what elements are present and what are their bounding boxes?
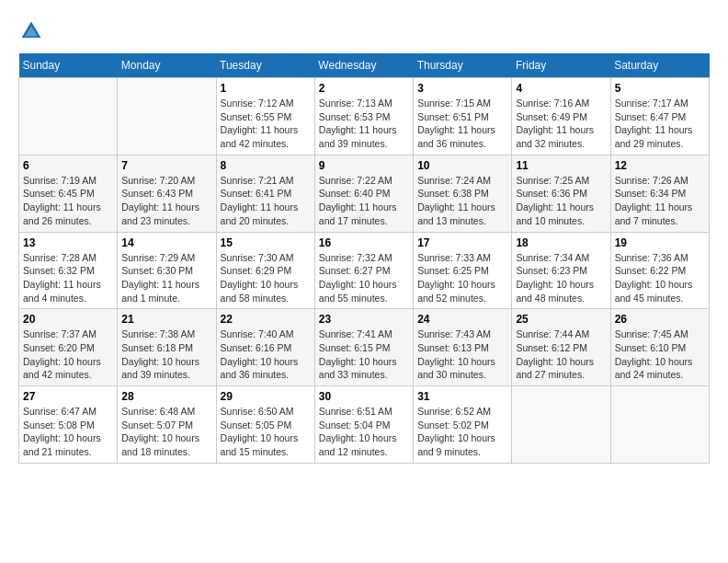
calendar-cell: 15Sunrise: 7:30 AM Sunset: 6:29 PM Dayli… xyxy=(216,232,314,309)
cell-content: Sunrise: 7:44 AM Sunset: 6:12 PM Dayligh… xyxy=(516,327,606,382)
week-row-1: 1Sunrise: 7:12 AM Sunset: 6:55 PM Daylig… xyxy=(19,78,710,155)
calendar-cell: 27Sunrise: 6:47 AM Sunset: 5:08 PM Dayli… xyxy=(19,386,118,464)
day-number: 15 xyxy=(221,236,311,249)
cell-content: Sunrise: 7:29 AM Sunset: 6:30 PM Dayligh… xyxy=(121,251,211,305)
cell-content: Sunrise: 6:48 AM Sunset: 5:07 PM Dayligh… xyxy=(121,405,211,459)
calendar-cell: 7Sunrise: 7:20 AM Sunset: 6:43 PM Daylig… xyxy=(118,155,216,232)
calendar-cell xyxy=(118,78,216,155)
day-number: 27 xyxy=(23,390,113,403)
day-number: 7 xyxy=(121,159,211,172)
calendar-cell: 4Sunrise: 7:16 AM Sunset: 6:49 PM Daylig… xyxy=(512,78,610,155)
calendar-cell: 21Sunrise: 7:38 AM Sunset: 6:18 PM Dayli… xyxy=(118,309,216,386)
calendar-cell xyxy=(512,386,610,464)
day-header-monday: Monday xyxy=(118,53,216,78)
calendar-table: SundayMondayTuesdayWednesdayThursdayFrid… xyxy=(18,53,710,464)
day-number: 12 xyxy=(615,159,705,172)
day-number: 31 xyxy=(417,390,507,403)
calendar-cell xyxy=(610,386,709,464)
cell-content: Sunrise: 7:37 AM Sunset: 6:20 PM Dayligh… xyxy=(23,327,113,382)
day-number: 29 xyxy=(221,390,311,403)
cell-content: Sunrise: 7:36 AM Sunset: 6:22 PM Dayligh… xyxy=(615,251,705,305)
calendar-cell xyxy=(19,78,118,155)
calendar-cell: 26Sunrise: 7:45 AM Sunset: 6:10 PM Dayli… xyxy=(610,309,709,386)
cell-content: Sunrise: 7:32 AM Sunset: 6:27 PM Dayligh… xyxy=(319,251,409,305)
calendar-cell: 6Sunrise: 7:19 AM Sunset: 6:45 PM Daylig… xyxy=(19,155,118,232)
week-row-5: 27Sunrise: 6:47 AM Sunset: 5:08 PM Dayli… xyxy=(19,386,710,464)
calendar-cell: 20Sunrise: 7:37 AM Sunset: 6:20 PM Dayli… xyxy=(19,309,118,386)
cell-content: Sunrise: 6:47 AM Sunset: 5:08 PM Dayligh… xyxy=(23,405,113,459)
day-number: 21 xyxy=(121,313,211,326)
calendar-cell: 25Sunrise: 7:44 AM Sunset: 6:12 PM Dayli… xyxy=(512,309,610,386)
cell-content: Sunrise: 7:25 AM Sunset: 6:36 PM Dayligh… xyxy=(516,174,606,228)
cell-content: Sunrise: 7:24 AM Sunset: 6:38 PM Dayligh… xyxy=(417,174,507,228)
day-number: 9 xyxy=(319,159,409,172)
calendar-header-row: SundayMondayTuesdayWednesdayThursdayFrid… xyxy=(19,53,710,78)
week-row-3: 13Sunrise: 7:28 AM Sunset: 6:32 PM Dayli… xyxy=(19,232,710,309)
calendar-cell: 9Sunrise: 7:22 AM Sunset: 6:40 PM Daylig… xyxy=(314,155,413,232)
day-number: 22 xyxy=(221,313,311,326)
calendar-cell: 31Sunrise: 6:52 AM Sunset: 5:02 PM Dayli… xyxy=(414,386,512,464)
cell-content: Sunrise: 6:51 AM Sunset: 5:04 PM Dayligh… xyxy=(319,405,409,459)
calendar-cell: 12Sunrise: 7:26 AM Sunset: 6:34 PM Dayli… xyxy=(610,155,709,232)
day-number: 18 xyxy=(516,236,606,249)
calendar-cell: 17Sunrise: 7:33 AM Sunset: 6:25 PM Dayli… xyxy=(414,232,512,309)
calendar-cell: 5Sunrise: 7:17 AM Sunset: 6:47 PM Daylig… xyxy=(610,78,709,155)
cell-content: Sunrise: 7:13 AM Sunset: 6:53 PM Dayligh… xyxy=(319,97,409,151)
cell-content: Sunrise: 7:26 AM Sunset: 6:34 PM Dayligh… xyxy=(615,174,705,228)
calendar-cell: 28Sunrise: 6:48 AM Sunset: 5:07 PM Dayli… xyxy=(118,386,216,464)
calendar-cell: 19Sunrise: 7:36 AM Sunset: 6:22 PM Dayli… xyxy=(610,232,709,309)
day-number: 11 xyxy=(516,159,606,172)
day-number: 2 xyxy=(319,82,409,95)
day-number: 6 xyxy=(23,159,113,172)
cell-content: Sunrise: 7:17 AM Sunset: 6:47 PM Dayligh… xyxy=(615,97,705,151)
day-header-saturday: Saturday xyxy=(610,53,709,78)
day-number: 14 xyxy=(121,236,211,249)
day-header-tuesday: Tuesday xyxy=(216,53,314,78)
day-number: 24 xyxy=(417,313,507,326)
day-number: 28 xyxy=(121,390,211,403)
day-number: 23 xyxy=(319,313,409,326)
calendar-cell: 29Sunrise: 6:50 AM Sunset: 5:05 PM Dayli… xyxy=(216,386,314,464)
cell-content: Sunrise: 7:15 AM Sunset: 6:51 PM Dayligh… xyxy=(417,97,507,151)
day-number: 20 xyxy=(23,313,113,326)
calendar-cell: 8Sunrise: 7:21 AM Sunset: 6:41 PM Daylig… xyxy=(216,155,314,232)
day-number: 30 xyxy=(319,390,409,403)
cell-content: Sunrise: 6:50 AM Sunset: 5:05 PM Dayligh… xyxy=(221,405,311,459)
day-header-friday: Friday xyxy=(512,53,610,78)
cell-content: Sunrise: 7:43 AM Sunset: 6:13 PM Dayligh… xyxy=(417,327,507,382)
cell-content: Sunrise: 7:30 AM Sunset: 6:29 PM Dayligh… xyxy=(221,251,311,305)
day-number: 13 xyxy=(23,236,113,249)
week-row-4: 20Sunrise: 7:37 AM Sunset: 6:20 PM Dayli… xyxy=(19,309,710,386)
cell-content: Sunrise: 7:22 AM Sunset: 6:40 PM Dayligh… xyxy=(319,174,409,228)
cell-content: Sunrise: 7:45 AM Sunset: 6:10 PM Dayligh… xyxy=(615,327,705,382)
calendar-cell: 23Sunrise: 7:41 AM Sunset: 6:15 PM Dayli… xyxy=(314,309,413,386)
day-number: 4 xyxy=(516,82,606,95)
day-number: 19 xyxy=(615,236,705,249)
logo xyxy=(18,18,48,44)
day-number: 5 xyxy=(615,82,705,95)
calendar-cell: 22Sunrise: 7:40 AM Sunset: 6:16 PM Dayli… xyxy=(216,309,314,386)
page-header xyxy=(18,18,710,44)
cell-content: Sunrise: 6:52 AM Sunset: 5:02 PM Dayligh… xyxy=(417,405,507,459)
calendar-cell: 2Sunrise: 7:13 AM Sunset: 6:53 PM Daylig… xyxy=(314,78,413,155)
calendar-cell: 11Sunrise: 7:25 AM Sunset: 6:36 PM Dayli… xyxy=(512,155,610,232)
week-row-2: 6Sunrise: 7:19 AM Sunset: 6:45 PM Daylig… xyxy=(19,155,710,232)
cell-content: Sunrise: 7:28 AM Sunset: 6:32 PM Dayligh… xyxy=(23,251,113,305)
calendar-cell: 16Sunrise: 7:32 AM Sunset: 6:27 PM Dayli… xyxy=(314,232,413,309)
cell-content: Sunrise: 7:21 AM Sunset: 6:41 PM Dayligh… xyxy=(221,174,311,228)
day-number: 26 xyxy=(615,313,705,326)
calendar-cell: 14Sunrise: 7:29 AM Sunset: 6:30 PM Dayli… xyxy=(118,232,216,309)
cell-content: Sunrise: 7:16 AM Sunset: 6:49 PM Dayligh… xyxy=(516,97,606,151)
cell-content: Sunrise: 7:40 AM Sunset: 6:16 PM Dayligh… xyxy=(221,327,311,382)
calendar-cell: 30Sunrise: 6:51 AM Sunset: 5:04 PM Dayli… xyxy=(314,386,413,464)
calendar-cell: 24Sunrise: 7:43 AM Sunset: 6:13 PM Dayli… xyxy=(414,309,512,386)
day-header-thursday: Thursday xyxy=(414,53,512,78)
day-header-sunday: Sunday xyxy=(19,53,118,78)
day-number: 10 xyxy=(417,159,507,172)
day-number: 3 xyxy=(417,82,507,95)
day-number: 8 xyxy=(221,159,311,172)
day-number: 16 xyxy=(319,236,409,249)
day-number: 17 xyxy=(417,236,507,249)
calendar-cell: 3Sunrise: 7:15 AM Sunset: 6:51 PM Daylig… xyxy=(414,78,512,155)
cell-content: Sunrise: 7:41 AM Sunset: 6:15 PM Dayligh… xyxy=(319,327,409,382)
